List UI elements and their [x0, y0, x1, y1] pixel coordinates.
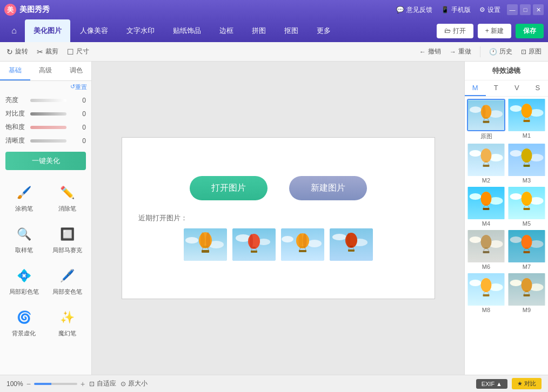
tab-watermark[interactable]: 文字水印	[118, 19, 163, 42]
exif-button[interactable]: EXIF ▲	[476, 379, 507, 389]
crop-tool[interactable]: ✂ 裁剪	[37, 47, 58, 56]
canvas-new-button[interactable]: 新建图片	[289, 176, 367, 200]
window-controls: — □ ✕	[507, 4, 544, 15]
original-tool[interactable]: ⊡ 原图	[521, 47, 542, 56]
sharpness-slider[interactable]	[30, 139, 66, 143]
zoom-in-button[interactable]: +	[81, 380, 85, 388]
filter-thumb-m6	[467, 230, 505, 262]
canvas-open-button[interactable]: 打开图片	[190, 176, 268, 200]
tab-cutout[interactable]: 抠图	[276, 19, 307, 42]
blur-tool[interactable]: 🌀 背景虚化	[3, 302, 45, 342]
tab-sticker[interactable]: 贴纸饰品	[164, 19, 210, 42]
reset-button[interactable]: ↺ 重置	[0, 81, 91, 93]
svg-point-8	[201, 232, 205, 248]
nav-actions: 🗁 打开 + 新建 保存	[437, 19, 544, 42]
contrast-slider[interactable]	[30, 112, 66, 116]
rotate-tool[interactable]: ↻ 旋转	[6, 47, 28, 56]
filter-m5[interactable]: M5	[507, 187, 546, 228]
svg-point-112	[510, 280, 522, 286]
svg-point-82	[522, 192, 532, 206]
sample-tool[interactable]: 🔍 取样笔	[3, 219, 45, 259]
svg-point-50	[522, 104, 532, 118]
recent-image-2[interactable]	[232, 228, 276, 261]
tab-collage[interactable]: 拼图	[243, 19, 275, 42]
filter-thumb-m9	[507, 273, 546, 306]
open-button[interactable]: 🗁 打开	[437, 24, 473, 38]
tab-basic[interactable]: 基础	[0, 62, 30, 80]
zoom-slider[interactable]	[34, 383, 77, 385]
recent-image-3[interactable]	[281, 228, 324, 261]
filter-thumb-m1	[507, 99, 546, 131]
filter-m4[interactable]: M4	[467, 187, 505, 228]
tab-more[interactable]: 更多	[308, 19, 339, 42]
svg-point-9	[206, 232, 210, 248]
feedback-btn[interactable]: 💬 意见反馈	[396, 5, 432, 15]
saturation-slider[interactable]	[30, 126, 66, 129]
svg-rect-75	[485, 204, 488, 206]
home-button[interactable]: ⌂	[4, 19, 24, 42]
filter-m7[interactable]: M7	[507, 230, 546, 271]
svg-point-22	[296, 233, 309, 248]
graffiti-tool[interactable]: 🖌️ 涂鸦笔	[3, 178, 45, 217]
size-tool[interactable]: ☐ 尺寸	[67, 47, 89, 56]
svg-rect-70	[524, 165, 530, 167]
history-tool[interactable]: 🕐 历史	[489, 47, 512, 56]
filter-thumb-original	[467, 99, 505, 131]
zoom-out-button[interactable]: −	[26, 380, 31, 388]
eraser-tool[interactable]: ✏️ 消除笔	[47, 178, 89, 217]
fit-button[interactable]: ⊡ 自适应	[89, 379, 116, 388]
redo-tool[interactable]: → 重做	[450, 47, 471, 56]
svg-rect-36	[348, 249, 355, 252]
filter-m3[interactable]: M3	[507, 144, 546, 185]
eraser-icon: ✏️	[57, 182, 78, 204]
svg-point-88	[470, 236, 482, 243]
maximize-button[interactable]: □	[520, 4, 531, 15]
crop-icon: ✂	[37, 48, 43, 56]
filter-m6[interactable]: M6	[467, 230, 505, 271]
svg-rect-83	[525, 204, 529, 206]
filter-tab-s[interactable]: S	[527, 80, 549, 96]
filter-tab-m[interactable]: M	[465, 80, 486, 96]
new-button[interactable]: + 新建	[478, 24, 511, 38]
tab-advanced[interactable]: 高级	[30, 62, 61, 80]
filter-thumb-m8	[467, 273, 505, 306]
save-button[interactable]: 保存	[516, 24, 544, 38]
filter-tab-t[interactable]: T	[486, 80, 507, 96]
undo-tool[interactable]: ← 撤销	[419, 47, 441, 56]
local-color-tool[interactable]: 💠 局部彩色笔	[3, 261, 45, 300]
brightness-slider[interactable]	[30, 99, 66, 102]
filter-m9[interactable]: M9	[507, 273, 546, 314]
svg-point-21	[308, 240, 322, 247]
filter-m1[interactable]: M1	[507, 99, 546, 141]
color-change-tool[interactable]: 🖊️ 局部变色笔	[47, 261, 89, 300]
filter-thumb-m7	[507, 230, 546, 262]
tab-beautify[interactable]: 美化图片	[25, 19, 70, 42]
contrast-row: 对比度 0	[0, 107, 91, 120]
tab-border[interactable]: 边框	[211, 19, 242, 42]
actual-size-button[interactable]: ⊙ 原大小	[121, 379, 148, 388]
canvas-buttons: 打开图片 新建图片	[190, 176, 367, 200]
one-click-beautify-button[interactable]: 一键美化	[5, 152, 86, 170]
filter-tab-v[interactable]: V	[506, 80, 527, 96]
compare-button[interactable]: ★ 对比	[512, 378, 542, 389]
filter-original[interactable]: 原图	[467, 99, 505, 141]
svg-rect-94	[483, 251, 490, 253]
size-icon: ☐	[67, 48, 74, 56]
filter-m2[interactable]: M2	[467, 144, 505, 185]
logo-icon: 美	[4, 4, 16, 16]
close-button[interactable]: ✕	[533, 4, 544, 15]
filter-m8[interactable]: M8	[467, 273, 505, 314]
app-logo: 美 美图秀秀	[4, 4, 50, 16]
tab-portrait[interactable]: 人像美容	[71, 19, 117, 42]
mosaic-tool[interactable]: 🔲 局部马赛克	[47, 219, 89, 259]
filter-name-m2: M2	[467, 176, 505, 185]
settings-btn[interactable]: ⚙ 设置	[479, 5, 500, 15]
recent-image-1[interactable]	[184, 228, 227, 261]
mobile-btn[interactable]: 📱 手机版	[441, 5, 471, 15]
tab-color[interactable]: 调色	[61, 62, 91, 80]
filter-name-m8: M8	[467, 306, 505, 314]
magic-brush-tool[interactable]: ✨ 魔幻笔	[47, 302, 89, 342]
minimize-button[interactable]: —	[507, 4, 518, 15]
recent-image-4[interactable]	[330, 228, 373, 261]
filter-name-m1: M1	[507, 131, 546, 140]
